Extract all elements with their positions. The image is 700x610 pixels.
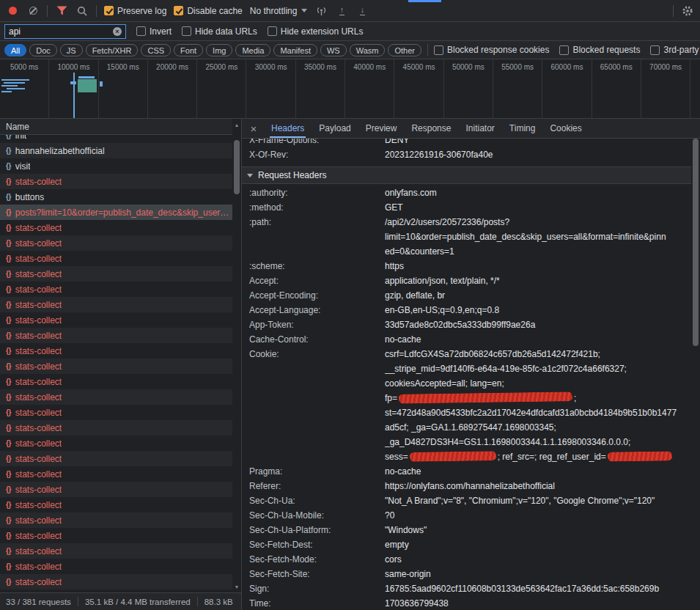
type-filter-img[interactable]: Img xyxy=(206,44,232,56)
import-har-button[interactable]: ↑ xyxy=(335,4,348,18)
record-network-log-button[interactable] xyxy=(6,4,19,18)
request-row[interactable]: {}stats-collect xyxy=(0,405,241,420)
type-filter-js[interactable]: JS xyxy=(60,44,83,56)
preserve-log-checkbox[interactable]: Preserve log xyxy=(104,6,166,16)
invert-checkbox[interactable]: Invert xyxy=(136,26,172,37)
request-row[interactable]: {}stats-collect xyxy=(0,343,241,359)
record-icon xyxy=(9,7,17,15)
tab-timing[interactable]: Timing xyxy=(502,119,543,138)
clear-network-log-button[interactable] xyxy=(26,4,40,18)
request-name: hannahelizabethofficial xyxy=(15,146,105,156)
request-row[interactable]: {}stats-collect xyxy=(0,174,241,189)
signal-icon xyxy=(315,6,328,16)
type-filter-manifest[interactable]: Manifest xyxy=(273,44,317,56)
export-har-icon: ↓ xyxy=(360,6,366,15)
type-filter-wasm[interactable]: Wasm xyxy=(350,44,386,56)
request-row[interactable]: {}stats-collect xyxy=(0,359,241,374)
header-value-line: st=472d48a90d5433bfc2a2d17042e4dfdcafd31… xyxy=(385,405,690,420)
request-row[interactable]: {}stats-collect xyxy=(0,559,241,574)
clear-filter-icon[interactable]: × xyxy=(113,27,122,36)
network-conditions-button[interactable] xyxy=(314,4,328,18)
type-filter-doc[interactable]: Doc xyxy=(29,44,57,56)
toolbar-divider xyxy=(96,5,97,17)
filter-button[interactable] xyxy=(55,4,68,18)
throttling-dropdown[interactable]: No throttling xyxy=(250,6,308,16)
close-details-button[interactable]: × xyxy=(243,119,264,138)
status-item: 33 / 381 requests xyxy=(6,598,71,606)
request-list-scrollbar[interactable]: ▲ ▼ xyxy=(232,119,241,592)
scrollbar-thumb[interactable] xyxy=(693,139,699,346)
circle-slash-icon xyxy=(29,7,37,15)
request-row[interactable]: {}stats-collect xyxy=(0,512,241,528)
header-name: Sec-Fetch-Site: xyxy=(242,567,385,581)
request-row[interactable]: {}stats-collect xyxy=(0,328,241,343)
header-value-line: /api2/v2/users/20572336/posts? xyxy=(385,215,690,229)
blocked-response-cookies-checkbox[interactable]: Blocked response cookies xyxy=(434,45,549,55)
filter-input[interactable]: api × xyxy=(4,24,126,39)
3rd-party-requests-checkbox[interactable]: 3rd-party requests xyxy=(650,45,700,55)
script-file-icon: {} xyxy=(6,516,11,524)
scroll-down-arrow-icon[interactable]: ▼ xyxy=(232,582,241,591)
request-details-pane: × HeadersPayloadPreviewResponseInitiator… xyxy=(242,119,700,610)
type-filter-css[interactable]: CSS xyxy=(141,44,171,56)
timeline-activity-bar xyxy=(70,81,76,84)
type-filter-other[interactable]: Other xyxy=(388,44,421,56)
request-row[interactable]: {}stats-collect xyxy=(0,251,241,266)
header-value: "Not_A Brand";v="8", "Chromium";v="120",… xyxy=(385,493,690,508)
request-row[interactable]: {}stats-collect xyxy=(0,374,241,389)
search-button[interactable] xyxy=(75,4,89,18)
timeline-tick-label: 25000 ms xyxy=(197,63,246,71)
network-overview-timeline[interactable]: 5000 ms10000 ms15000 ms20000 ms25000 ms3… xyxy=(0,59,700,119)
header-row: :method:GET xyxy=(242,200,690,215)
summary-items: 33 / 381 requests35.1 kB / 4.4 MB transf… xyxy=(6,597,233,606)
request-row[interactable]: {}stats-collect xyxy=(0,451,241,466)
request-row[interactable]: {}stats-collect xyxy=(0,466,241,482)
request-row[interactable]: {}posts?limit=10&order=publish_date_desc… xyxy=(0,205,241,220)
scrollbar-thumb[interactable] xyxy=(234,140,240,194)
tab-payload[interactable]: Payload xyxy=(312,119,358,138)
throttling-value: No throttling xyxy=(250,6,298,16)
tab-cookies[interactable]: Cookies xyxy=(542,119,589,138)
request-row[interactable]: {}stats-collect xyxy=(0,297,241,312)
export-har-button[interactable]: ↓ xyxy=(355,4,369,18)
tab-headers[interactable]: Headers xyxy=(264,119,312,138)
type-filter-all[interactable]: All xyxy=(4,44,26,56)
request-row[interactable]: {}stats-collect xyxy=(0,420,241,436)
tab-preview[interactable]: Preview xyxy=(358,119,405,138)
request-row[interactable]: {}stats-collect xyxy=(0,528,241,543)
scroll-up-arrow-icon[interactable]: ▲ xyxy=(232,120,241,129)
timeline-activity-bar xyxy=(78,79,97,92)
disable-cache-checkbox[interactable]: Disable cache xyxy=(174,6,242,16)
tab-initiator[interactable]: Initiator xyxy=(458,119,501,138)
request-row[interactable]: {}stats-collect xyxy=(0,220,241,235)
name-column-header[interactable]: Name xyxy=(0,119,241,135)
request-headers-section[interactable]: Request Headers xyxy=(242,166,700,184)
request-name: stats-collect xyxy=(15,546,62,556)
request-row[interactable]: {}visit xyxy=(0,158,241,174)
request-row[interactable]: {}stats-collect xyxy=(0,497,241,512)
request-row[interactable]: {}stats-collect xyxy=(0,574,241,589)
request-row[interactable]: {}stats-collect xyxy=(0,235,241,251)
hide-data-urls-checkbox[interactable]: Hide data URLs xyxy=(182,26,257,37)
tab-response[interactable]: Response xyxy=(404,119,458,138)
hide-extension-urls-checkbox[interactable]: Hide extension URLs xyxy=(268,26,364,37)
request-row[interactable]: {}buttons xyxy=(0,189,241,205)
request-row[interactable]: {}init xyxy=(0,135,241,143)
request-row[interactable]: {}hannahelizabethofficial xyxy=(0,143,241,158)
request-row[interactable]: {}stats-collect xyxy=(0,282,241,297)
timeline-column: 45000 ms xyxy=(394,59,443,118)
type-filter-ws[interactable]: WS xyxy=(320,44,347,56)
type-filter-font[interactable]: Font xyxy=(174,44,203,56)
request-row[interactable]: {}stats-collect xyxy=(0,482,241,497)
type-filter-fetch-xhr[interactable]: Fetch/XHR xyxy=(86,44,139,56)
request-row[interactable]: {}stats-collect xyxy=(0,389,241,405)
details-scrollbar[interactable] xyxy=(691,139,700,610)
settings-button[interactable] xyxy=(681,4,694,18)
header-name: X-Of-Rev: xyxy=(242,147,385,162)
request-row[interactable]: {}stats-collect xyxy=(0,266,241,282)
request-row[interactable]: {}stats-collect xyxy=(0,436,241,451)
request-row[interactable]: {}stats-collect xyxy=(0,312,241,328)
request-row[interactable]: {}stats-collect xyxy=(0,543,241,559)
blocked-requests-checkbox[interactable]: Blocked requests xyxy=(559,45,640,55)
type-filter-media[interactable]: Media xyxy=(235,44,270,56)
